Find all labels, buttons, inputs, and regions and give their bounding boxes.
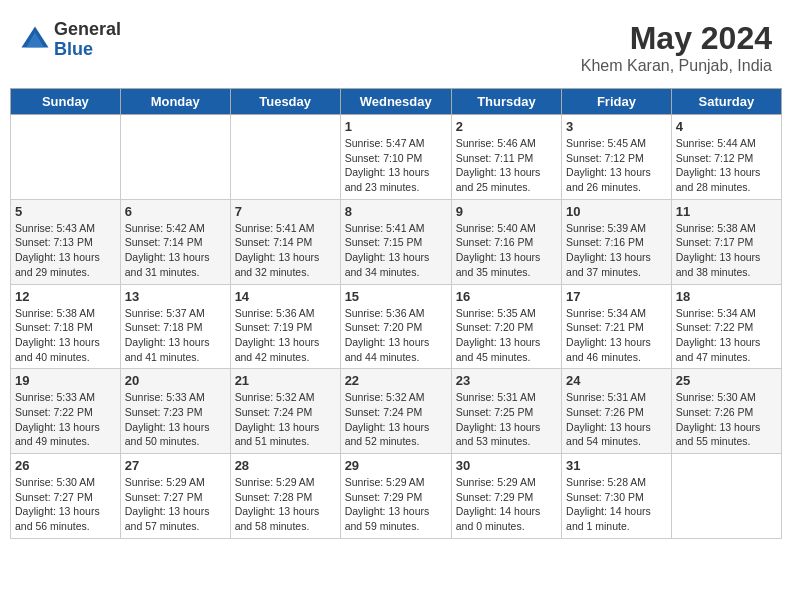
calendar-week-row: 19Sunrise: 5:33 AM Sunset: 7:22 PM Dayli… <box>11 369 782 454</box>
day-number: 28 <box>235 458 336 473</box>
day-number: 1 <box>345 119 447 134</box>
day-number: 11 <box>676 204 777 219</box>
day-number: 21 <box>235 373 336 388</box>
calendar-cell: 21Sunrise: 5:32 AM Sunset: 7:24 PM Dayli… <box>230 369 340 454</box>
calendar-cell: 1Sunrise: 5:47 AM Sunset: 7:10 PM Daylig… <box>340 115 451 200</box>
calendar-cell: 14Sunrise: 5:36 AM Sunset: 7:19 PM Dayli… <box>230 284 340 369</box>
day-number: 23 <box>456 373 557 388</box>
calendar-cell: 23Sunrise: 5:31 AM Sunset: 7:25 PM Dayli… <box>451 369 561 454</box>
day-header-friday: Friday <box>562 89 672 115</box>
day-number: 7 <box>235 204 336 219</box>
day-number: 27 <box>125 458 226 473</box>
calendar-cell: 7Sunrise: 5:41 AM Sunset: 7:14 PM Daylig… <box>230 199 340 284</box>
calendar-cell: 13Sunrise: 5:37 AM Sunset: 7:18 PM Dayli… <box>120 284 230 369</box>
calendar-cell: 10Sunrise: 5:39 AM Sunset: 7:16 PM Dayli… <box>562 199 672 284</box>
day-info: Sunrise: 5:33 AM Sunset: 7:22 PM Dayligh… <box>15 390 116 449</box>
day-info: Sunrise: 5:28 AM Sunset: 7:30 PM Dayligh… <box>566 475 667 534</box>
day-number: 31 <box>566 458 667 473</box>
title-block: May 2024 Khem Karan, Punjab, India <box>581 20 772 75</box>
day-number: 16 <box>456 289 557 304</box>
day-number: 10 <box>566 204 667 219</box>
day-info: Sunrise: 5:32 AM Sunset: 7:24 PM Dayligh… <box>235 390 336 449</box>
calendar-body: 1Sunrise: 5:47 AM Sunset: 7:10 PM Daylig… <box>11 115 782 539</box>
calendar-cell: 29Sunrise: 5:29 AM Sunset: 7:29 PM Dayli… <box>340 454 451 539</box>
day-info: Sunrise: 5:34 AM Sunset: 7:21 PM Dayligh… <box>566 306 667 365</box>
calendar-cell: 11Sunrise: 5:38 AM Sunset: 7:17 PM Dayli… <box>671 199 781 284</box>
calendar-cell: 28Sunrise: 5:29 AM Sunset: 7:28 PM Dayli… <box>230 454 340 539</box>
calendar-week-row: 1Sunrise: 5:47 AM Sunset: 7:10 PM Daylig… <box>11 115 782 200</box>
day-info: Sunrise: 5:41 AM Sunset: 7:15 PM Dayligh… <box>345 221 447 280</box>
day-number: 18 <box>676 289 777 304</box>
month-year-title: May 2024 <box>581 20 772 57</box>
calendar-cell: 31Sunrise: 5:28 AM Sunset: 7:30 PM Dayli… <box>562 454 672 539</box>
calendar-cell: 20Sunrise: 5:33 AM Sunset: 7:23 PM Dayli… <box>120 369 230 454</box>
location-subtitle: Khem Karan, Punjab, India <box>581 57 772 75</box>
calendar-cell: 8Sunrise: 5:41 AM Sunset: 7:15 PM Daylig… <box>340 199 451 284</box>
day-info: Sunrise: 5:36 AM Sunset: 7:19 PM Dayligh… <box>235 306 336 365</box>
calendar-cell: 3Sunrise: 5:45 AM Sunset: 7:12 PM Daylig… <box>562 115 672 200</box>
day-number: 15 <box>345 289 447 304</box>
day-number: 13 <box>125 289 226 304</box>
day-number: 6 <box>125 204 226 219</box>
day-number: 30 <box>456 458 557 473</box>
day-number: 22 <box>345 373 447 388</box>
day-number: 3 <box>566 119 667 134</box>
calendar-cell: 12Sunrise: 5:38 AM Sunset: 7:18 PM Dayli… <box>11 284 121 369</box>
day-number: 26 <box>15 458 116 473</box>
day-info: Sunrise: 5:40 AM Sunset: 7:16 PM Dayligh… <box>456 221 557 280</box>
calendar-cell: 17Sunrise: 5:34 AM Sunset: 7:21 PM Dayli… <box>562 284 672 369</box>
calendar-cell: 25Sunrise: 5:30 AM Sunset: 7:26 PM Dayli… <box>671 369 781 454</box>
day-header-wednesday: Wednesday <box>340 89 451 115</box>
calendar-week-row: 5Sunrise: 5:43 AM Sunset: 7:13 PM Daylig… <box>11 199 782 284</box>
calendar-cell: 19Sunrise: 5:33 AM Sunset: 7:22 PM Dayli… <box>11 369 121 454</box>
day-header-saturday: Saturday <box>671 89 781 115</box>
calendar-cell <box>671 454 781 539</box>
calendar-week-row: 26Sunrise: 5:30 AM Sunset: 7:27 PM Dayli… <box>11 454 782 539</box>
day-info: Sunrise: 5:46 AM Sunset: 7:11 PM Dayligh… <box>456 136 557 195</box>
logo: General Blue <box>20 20 121 60</box>
page-header: General Blue May 2024 Khem Karan, Punjab… <box>10 10 782 80</box>
day-info: Sunrise: 5:31 AM Sunset: 7:25 PM Dayligh… <box>456 390 557 449</box>
logo-icon <box>20 25 50 55</box>
calendar-cell: 15Sunrise: 5:36 AM Sunset: 7:20 PM Dayli… <box>340 284 451 369</box>
calendar-cell: 24Sunrise: 5:31 AM Sunset: 7:26 PM Dayli… <box>562 369 672 454</box>
calendar-cell: 22Sunrise: 5:32 AM Sunset: 7:24 PM Dayli… <box>340 369 451 454</box>
logo-general-text: General <box>54 20 121 40</box>
day-info: Sunrise: 5:39 AM Sunset: 7:16 PM Dayligh… <box>566 221 667 280</box>
day-info: Sunrise: 5:42 AM Sunset: 7:14 PM Dayligh… <box>125 221 226 280</box>
day-number: 4 <box>676 119 777 134</box>
calendar-cell: 30Sunrise: 5:29 AM Sunset: 7:29 PM Dayli… <box>451 454 561 539</box>
calendar-table: SundayMondayTuesdayWednesdayThursdayFrid… <box>10 88 782 539</box>
day-info: Sunrise: 5:44 AM Sunset: 7:12 PM Dayligh… <box>676 136 777 195</box>
day-info: Sunrise: 5:34 AM Sunset: 7:22 PM Dayligh… <box>676 306 777 365</box>
day-number: 8 <box>345 204 447 219</box>
day-number: 17 <box>566 289 667 304</box>
calendar-header: SundayMondayTuesdayWednesdayThursdayFrid… <box>11 89 782 115</box>
day-info: Sunrise: 5:35 AM Sunset: 7:20 PM Dayligh… <box>456 306 557 365</box>
day-number: 20 <box>125 373 226 388</box>
calendar-week-row: 12Sunrise: 5:38 AM Sunset: 7:18 PM Dayli… <box>11 284 782 369</box>
calendar-cell: 5Sunrise: 5:43 AM Sunset: 7:13 PM Daylig… <box>11 199 121 284</box>
day-number: 2 <box>456 119 557 134</box>
days-of-week-row: SundayMondayTuesdayWednesdayThursdayFrid… <box>11 89 782 115</box>
calendar-cell: 6Sunrise: 5:42 AM Sunset: 7:14 PM Daylig… <box>120 199 230 284</box>
day-info: Sunrise: 5:37 AM Sunset: 7:18 PM Dayligh… <box>125 306 226 365</box>
day-info: Sunrise: 5:47 AM Sunset: 7:10 PM Dayligh… <box>345 136 447 195</box>
day-info: Sunrise: 5:29 AM Sunset: 7:27 PM Dayligh… <box>125 475 226 534</box>
day-info: Sunrise: 5:31 AM Sunset: 7:26 PM Dayligh… <box>566 390 667 449</box>
day-number: 14 <box>235 289 336 304</box>
day-header-sunday: Sunday <box>11 89 121 115</box>
day-info: Sunrise: 5:29 AM Sunset: 7:29 PM Dayligh… <box>456 475 557 534</box>
calendar-cell: 2Sunrise: 5:46 AM Sunset: 7:11 PM Daylig… <box>451 115 561 200</box>
day-number: 25 <box>676 373 777 388</box>
day-info: Sunrise: 5:30 AM Sunset: 7:27 PM Dayligh… <box>15 475 116 534</box>
calendar-cell: 9Sunrise: 5:40 AM Sunset: 7:16 PM Daylig… <box>451 199 561 284</box>
calendar-cell <box>120 115 230 200</box>
day-info: Sunrise: 5:38 AM Sunset: 7:18 PM Dayligh… <box>15 306 116 365</box>
day-info: Sunrise: 5:43 AM Sunset: 7:13 PM Dayligh… <box>15 221 116 280</box>
day-info: Sunrise: 5:33 AM Sunset: 7:23 PM Dayligh… <box>125 390 226 449</box>
calendar-cell <box>230 115 340 200</box>
day-number: 19 <box>15 373 116 388</box>
day-number: 12 <box>15 289 116 304</box>
logo-blue-text: Blue <box>54 40 121 60</box>
